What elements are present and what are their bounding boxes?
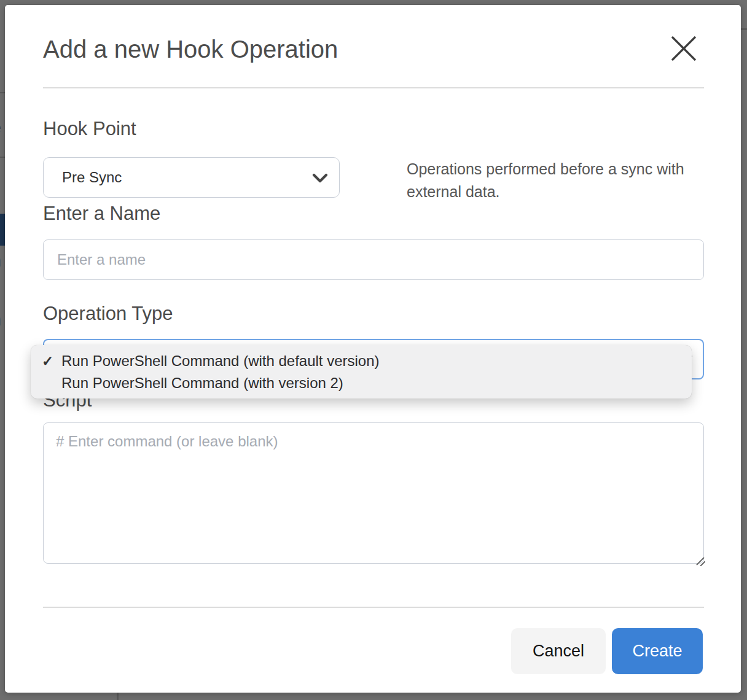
check-icon: ✓ <box>42 350 59 372</box>
hook-point-label: Hook Point <box>43 118 136 140</box>
hook-point-select[interactable]: Pre Sync <box>43 157 340 198</box>
hook-point-help-text: Operations performed before a sync with … <box>407 158 702 203</box>
backdrop-line <box>0 157 5 158</box>
dropdown-option-label: Run PowerShell Command (with default ver… <box>61 352 380 369</box>
operation-type-dropdown-menu: ✓ Run PowerShell Command (with default v… <box>31 345 692 399</box>
footer-divider <box>43 607 704 608</box>
modal-title: Add a new Hook Operation <box>43 34 338 64</box>
create-button[interactable]: Create <box>612 628 703 674</box>
script-textarea[interactable] <box>43 422 704 564</box>
backdrop-navy-block <box>0 214 5 246</box>
backdrop-text-fragment: n <box>0 253 1 270</box>
backdrop-text-fragment: e <box>0 120 1 136</box>
resize-handle-icon[interactable] <box>690 551 705 566</box>
backdrop-line <box>0 92 5 93</box>
chevron-down-icon <box>312 173 328 184</box>
name-input[interactable] <box>43 239 704 280</box>
dropdown-option-label: Run PowerShell Command (with version 2) <box>61 375 343 391</box>
dropdown-option-version-2[interactable]: Run PowerShell Command (with version 2) <box>31 372 692 394</box>
backdrop-text-fragment: n <box>0 312 1 329</box>
operation-type-label: Operation Type <box>43 303 173 325</box>
hook-point-selected-value: Pre Sync <box>44 169 122 186</box>
backdrop-left-strip: e n n <box>0 0 5 700</box>
close-icon <box>667 31 701 66</box>
dropdown-option-default-version[interactable]: ✓ Run PowerShell Command (with default v… <box>31 350 692 372</box>
add-hook-operation-modal: Add a new Hook Operation Hook Point Pre … <box>5 5 741 693</box>
cancel-button[interactable]: Cancel <box>511 628 606 674</box>
backdrop-line <box>741 28 747 30</box>
backdrop-line <box>117 693 119 700</box>
backdrop-right-strip <box>741 0 747 700</box>
header-divider <box>43 87 704 88</box>
name-label: Enter a Name <box>43 203 160 225</box>
close-button[interactable] <box>667 31 701 66</box>
